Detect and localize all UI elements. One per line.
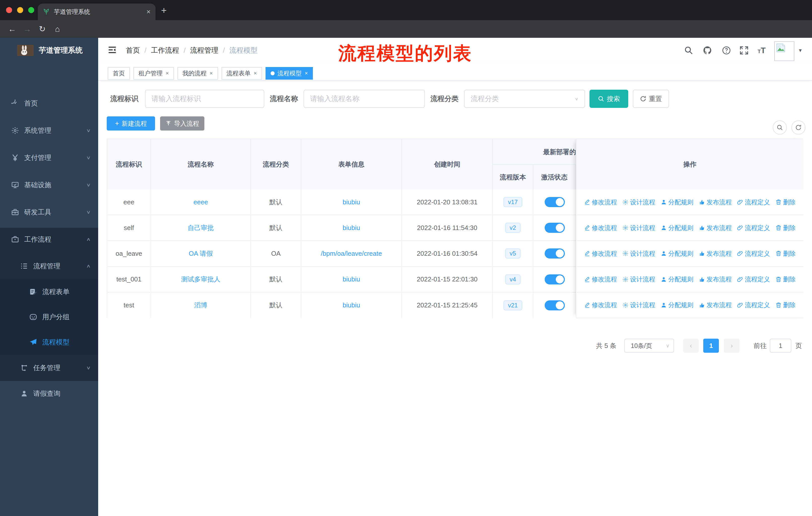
tag-close-icon[interactable]: × bbox=[210, 70, 213, 77]
breadcrumb-item[interactable]: 工作流程 bbox=[151, 46, 179, 55]
window-minimize-button[interactable] bbox=[17, 7, 23, 13]
active-toggle[interactable] bbox=[545, 248, 565, 259]
toggle-search-panel-button[interactable] bbox=[773, 120, 787, 135]
cell-name[interactable]: eeee bbox=[151, 189, 251, 215]
action-设计流程[interactable]: 设计流程 bbox=[622, 275, 655, 283]
header-search-icon[interactable] bbox=[684, 38, 693, 63]
version-badge[interactable]: v4 bbox=[505, 274, 521, 284]
current-page-button[interactable]: 1 bbox=[703, 338, 719, 353]
active-toggle[interactable] bbox=[545, 197, 565, 207]
action-流程定义[interactable]: 流程定义 bbox=[737, 224, 770, 232]
next-page-button[interactable]: › bbox=[724, 338, 740, 353]
filter-category-select[interactable]: 流程分类 ∨ bbox=[464, 90, 585, 108]
tag-item[interactable]: 租户管理× bbox=[134, 67, 174, 80]
version-badge[interactable]: v17 bbox=[503, 197, 522, 207]
avatar[interactable] bbox=[774, 41, 794, 61]
action-修改流程[interactable]: 修改流程 bbox=[584, 249, 617, 258]
sidebar-item-person[interactable]: 请假查询 bbox=[0, 381, 98, 406]
reload-icon[interactable]: ↻ bbox=[36, 20, 48, 38]
action-流程定义[interactable]: 流程定义 bbox=[737, 301, 770, 309]
window-zoom-button[interactable] bbox=[28, 7, 34, 13]
action-发布流程[interactable]: 发布流程 bbox=[699, 224, 732, 232]
font-size-icon[interactable]: TT bbox=[758, 38, 766, 63]
github-icon[interactable] bbox=[703, 38, 712, 63]
action-发布流程[interactable]: 发布流程 bbox=[699, 301, 732, 309]
create-process-button[interactable]: + 新建流程 bbox=[107, 116, 155, 131]
sidebar-item-gear[interactable]: 系统管理∨ bbox=[0, 117, 98, 144]
back-icon[interactable]: ← bbox=[6, 20, 18, 38]
cell-form[interactable]: /bpm/oa/leave/create bbox=[301, 241, 402, 266]
action-删除[interactable]: 删除 bbox=[776, 224, 795, 232]
cell-name[interactable]: OA 请假 bbox=[151, 241, 251, 266]
import-process-button[interactable]: 导入流程 bbox=[160, 116, 204, 131]
sidebar-item-list[interactable]: 流程管理∧ bbox=[0, 253, 98, 279]
action-分配规则[interactable]: 分配规则 bbox=[661, 249, 693, 258]
search-button[interactable]: 搜索 bbox=[589, 90, 628, 108]
refresh-table-button[interactable] bbox=[791, 120, 806, 135]
sidebar-item-plane[interactable]: 流程模型 bbox=[0, 330, 98, 355]
cell-form[interactable]: biubiu bbox=[301, 293, 402, 318]
sidebar-item-face[interactable]: 用户分组 bbox=[0, 304, 98, 330]
sidebar-item-toolbox[interactable]: 研发工具∨ bbox=[0, 198, 98, 226]
action-流程定义[interactable]: 流程定义 bbox=[737, 249, 770, 258]
action-设计流程[interactable]: 设计流程 bbox=[622, 224, 655, 232]
tab-close-icon[interactable]: × bbox=[146, 8, 150, 16]
sidebar-item-form[interactable]: 流程表单 bbox=[0, 279, 98, 304]
active-toggle[interactable] bbox=[545, 274, 565, 284]
tag-item[interactable]: 流程表单× bbox=[222, 67, 262, 80]
reset-button[interactable]: 重置 bbox=[633, 90, 669, 108]
breadcrumb-item[interactable]: 流程管理 bbox=[190, 46, 219, 55]
action-发布流程[interactable]: 发布流程 bbox=[699, 275, 732, 283]
home-icon[interactable]: ⌂ bbox=[51, 20, 63, 38]
action-分配规则[interactable]: 分配规则 bbox=[661, 301, 693, 309]
action-分配规则[interactable]: 分配规则 bbox=[661, 198, 693, 206]
action-流程定义[interactable]: 流程定义 bbox=[737, 198, 770, 206]
version-badge[interactable]: v2 bbox=[505, 223, 521, 233]
tag-close-icon[interactable]: × bbox=[254, 70, 257, 77]
action-修改流程[interactable]: 修改流程 bbox=[584, 224, 617, 232]
action-修改流程[interactable]: 修改流程 bbox=[584, 301, 617, 309]
cell-form[interactable]: biubiu bbox=[301, 189, 402, 215]
browser-tab[interactable]: 芋道管理系统 × bbox=[38, 3, 155, 20]
filter-key-input[interactable] bbox=[145, 90, 264, 108]
sidebar-item-monitor[interactable]: 基础设施∨ bbox=[0, 171, 98, 198]
action-修改流程[interactable]: 修改流程 bbox=[584, 198, 617, 206]
cell-form[interactable]: biubiu bbox=[301, 215, 402, 240]
active-toggle[interactable] bbox=[545, 300, 565, 310]
avatar-caret-icon[interactable]: ▾ bbox=[799, 38, 802, 63]
page-size-select[interactable]: 10条/页 ∨ bbox=[624, 338, 674, 353]
tag-close-icon[interactable]: × bbox=[166, 70, 169, 77]
action-修改流程[interactable]: 修改流程 bbox=[584, 275, 617, 283]
tag-active[interactable]: 流程模型× bbox=[265, 67, 313, 80]
tag-close-icon[interactable]: × bbox=[305, 70, 308, 77]
action-分配规则[interactable]: 分配规则 bbox=[661, 224, 693, 232]
sidebar-item-yen[interactable]: 支付管理∨ bbox=[0, 144, 98, 171]
action-删除[interactable]: 删除 bbox=[776, 198, 795, 206]
breadcrumb-item[interactable]: 首页 bbox=[126, 46, 140, 55]
action-删除[interactable]: 删除 bbox=[776, 301, 795, 309]
sidebar-item-tree[interactable]: 任务管理∨ bbox=[0, 355, 98, 381]
tag-item[interactable]: 我的流程× bbox=[177, 67, 218, 80]
active-toggle[interactable] bbox=[545, 223, 565, 233]
sidebar-logo[interactable]: 芋道管理系统 bbox=[0, 38, 98, 63]
action-发布流程[interactable]: 发布流程 bbox=[699, 198, 732, 206]
action-发布流程[interactable]: 发布流程 bbox=[699, 249, 732, 258]
action-删除[interactable]: 删除 bbox=[776, 275, 795, 283]
version-badge[interactable]: v5 bbox=[505, 248, 521, 259]
cell-name[interactable]: 滔博 bbox=[151, 293, 251, 318]
tag-item[interactable]: 首页 bbox=[108, 67, 130, 80]
action-设计流程[interactable]: 设计流程 bbox=[622, 301, 655, 309]
sidebar-item-home[interactable]: 首页 bbox=[0, 90, 98, 117]
forward-icon[interactable]: → bbox=[21, 20, 33, 38]
filter-name-input[interactable] bbox=[303, 90, 425, 108]
cell-name[interactable]: 自己审批 bbox=[151, 215, 251, 240]
sidebar-item-briefcase[interactable]: 工作流程∧ bbox=[0, 226, 98, 253]
action-设计流程[interactable]: 设计流程 bbox=[622, 198, 655, 206]
prev-page-button[interactable]: ‹ bbox=[683, 338, 699, 353]
new-tab-button[interactable]: + bbox=[161, 5, 167, 16]
help-icon[interactable] bbox=[722, 38, 731, 63]
window-close-button[interactable] bbox=[6, 7, 12, 13]
action-分配规则[interactable]: 分配规则 bbox=[661, 275, 693, 283]
goto-page-input[interactable] bbox=[770, 338, 791, 353]
cell-name[interactable]: 测试多审批人 bbox=[151, 267, 251, 292]
